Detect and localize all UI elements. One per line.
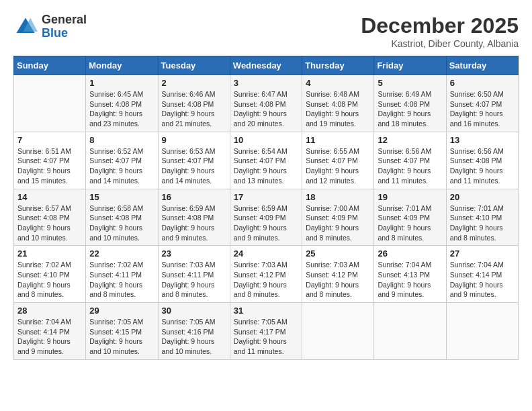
calendar-week-2: 14Sunrise: 6:57 AM Sunset: 4:08 PM Dayli… [14, 189, 519, 246]
day-header-thursday: Thursday [302, 56, 374, 75]
calendar-cell: 25Sunrise: 7:03 AM Sunset: 4:12 PM Dayli… [302, 246, 374, 303]
day-number: 28 [17, 306, 82, 316]
day-info: Sunrise: 7:04 AM Sunset: 4:14 PM Dayligh… [450, 260, 515, 300]
day-number: 24 [234, 248, 298, 259]
day-info: Sunrise: 6:58 AM Sunset: 4:08 PM Dayligh… [89, 203, 154, 243]
day-number: 6 [450, 78, 515, 88]
day-number: 5 [378, 78, 442, 88]
day-info: Sunrise: 7:04 AM Sunset: 4:14 PM Dayligh… [17, 317, 82, 357]
day-info: Sunrise: 7:05 AM Sunset: 4:15 PM Dayligh… [89, 317, 154, 357]
month-title: December 2025 [361, 13, 519, 38]
calendar-cell: 17Sunrise: 6:59 AM Sunset: 4:09 PM Dayli… [230, 189, 302, 246]
day-header-tuesday: Tuesday [158, 56, 230, 75]
day-info: Sunrise: 7:03 AM Sunset: 4:12 PM Dayligh… [306, 260, 370, 300]
day-header-sunday: Sunday [14, 56, 86, 75]
day-number: 21 [17, 248, 82, 259]
calendar-cell: 6Sunrise: 6:50 AM Sunset: 4:07 PM Daylig… [446, 75, 518, 132]
logo: General Blue [13, 13, 87, 40]
day-number: 10 [234, 135, 298, 145]
calendar-cell: 8Sunrise: 6:52 AM Sunset: 4:07 PM Daylig… [86, 132, 158, 189]
day-info: Sunrise: 6:45 AM Sunset: 4:08 PM Dayligh… [89, 89, 154, 129]
day-number: 4 [306, 78, 370, 88]
calendar-cell: 22Sunrise: 7:02 AM Sunset: 4:11 PM Dayli… [86, 246, 158, 303]
calendar-cell: 1Sunrise: 6:45 AM Sunset: 4:08 PM Daylig… [86, 75, 158, 132]
day-number: 1 [89, 78, 154, 88]
day-number: 14 [17, 192, 82, 202]
page-header: General Blue December 2025 Kastriot, Dib… [13, 13, 519, 49]
logo-icon [13, 15, 38, 39]
location: Kastriot, Diber County, Albania [361, 38, 519, 49]
calendar-cell: 3Sunrise: 6:47 AM Sunset: 4:08 PM Daylig… [230, 75, 302, 132]
calendar-header: SundayMondayTuesdayWednesdayThursdayFrid… [14, 56, 519, 75]
day-number: 16 [162, 192, 226, 202]
calendar-cell [446, 303, 518, 360]
logo-blue: Blue [42, 27, 87, 40]
day-number: 3 [234, 78, 298, 88]
day-info: Sunrise: 7:05 AM Sunset: 4:16 PM Dayligh… [162, 317, 226, 357]
calendar-cell: 24Sunrise: 7:03 AM Sunset: 4:12 PM Dayli… [230, 246, 302, 303]
day-number: 31 [234, 306, 298, 316]
day-info: Sunrise: 6:49 AM Sunset: 4:08 PM Dayligh… [378, 89, 442, 129]
calendar-cell: 15Sunrise: 6:58 AM Sunset: 4:08 PM Dayli… [86, 189, 158, 246]
calendar-cell: 16Sunrise: 6:59 AM Sunset: 4:08 PM Dayli… [158, 189, 230, 246]
calendar-cell: 20Sunrise: 7:01 AM Sunset: 4:10 PM Dayli… [446, 189, 518, 246]
day-info: Sunrise: 6:53 AM Sunset: 4:07 PM Dayligh… [162, 146, 226, 186]
day-info: Sunrise: 6:55 AM Sunset: 4:07 PM Dayligh… [306, 146, 370, 186]
day-number: 7 [17, 135, 82, 145]
day-info: Sunrise: 7:03 AM Sunset: 4:11 PM Dayligh… [162, 260, 226, 300]
calendar-cell: 30Sunrise: 7:05 AM Sunset: 4:16 PM Dayli… [158, 303, 230, 360]
calendar-cell: 2Sunrise: 6:46 AM Sunset: 4:08 PM Daylig… [158, 75, 230, 132]
day-info: Sunrise: 6:48 AM Sunset: 4:08 PM Dayligh… [306, 89, 370, 129]
calendar-cell: 28Sunrise: 7:04 AM Sunset: 4:14 PM Dayli… [14, 303, 86, 360]
calendar-cell: 26Sunrise: 7:04 AM Sunset: 4:13 PM Dayli… [374, 246, 446, 303]
day-number: 8 [89, 135, 154, 145]
calendar-week-4: 28Sunrise: 7:04 AM Sunset: 4:14 PM Dayli… [14, 303, 519, 360]
day-info: Sunrise: 7:04 AM Sunset: 4:13 PM Dayligh… [378, 260, 442, 300]
calendar-week-0: 1Sunrise: 6:45 AM Sunset: 4:08 PM Daylig… [14, 75, 519, 132]
day-number: 26 [378, 248, 442, 259]
day-number: 9 [162, 135, 226, 145]
day-number: 30 [162, 306, 226, 316]
day-info: Sunrise: 6:50 AM Sunset: 4:07 PM Dayligh… [450, 89, 515, 129]
day-number: 22 [89, 248, 154, 259]
day-info: Sunrise: 6:51 AM Sunset: 4:07 PM Dayligh… [17, 146, 82, 186]
calendar-cell: 9Sunrise: 6:53 AM Sunset: 4:07 PM Daylig… [158, 132, 230, 189]
calendar-cell: 7Sunrise: 6:51 AM Sunset: 4:07 PM Daylig… [14, 132, 86, 189]
day-header-friday: Friday [374, 56, 446, 75]
day-info: Sunrise: 7:02 AM Sunset: 4:11 PM Dayligh… [89, 260, 154, 300]
calendar-cell: 11Sunrise: 6:55 AM Sunset: 4:07 PM Dayli… [302, 132, 374, 189]
day-info: Sunrise: 7:00 AM Sunset: 4:09 PM Dayligh… [306, 203, 370, 243]
day-header-wednesday: Wednesday [230, 56, 302, 75]
day-info: Sunrise: 7:02 AM Sunset: 4:10 PM Dayligh… [17, 260, 82, 300]
day-number: 19 [378, 192, 442, 202]
calendar-cell [14, 75, 86, 132]
day-number: 17 [234, 192, 298, 202]
calendar-cell: 27Sunrise: 7:04 AM Sunset: 4:14 PM Dayli… [446, 246, 518, 303]
day-info: Sunrise: 6:56 AM Sunset: 4:07 PM Dayligh… [378, 146, 442, 186]
title-block: December 2025 Kastriot, Diber County, Al… [361, 13, 519, 49]
calendar-cell [302, 303, 374, 360]
calendar-cell: 13Sunrise: 6:56 AM Sunset: 4:08 PM Dayli… [446, 132, 518, 189]
day-number: 25 [306, 248, 370, 259]
day-number: 2 [162, 78, 226, 88]
day-info: Sunrise: 6:56 AM Sunset: 4:08 PM Dayligh… [450, 146, 515, 186]
day-info: Sunrise: 7:03 AM Sunset: 4:12 PM Dayligh… [234, 260, 298, 300]
calendar-cell: 12Sunrise: 6:56 AM Sunset: 4:07 PM Dayli… [374, 132, 446, 189]
day-info: Sunrise: 7:05 AM Sunset: 4:17 PM Dayligh… [234, 317, 298, 357]
calendar-cell: 21Sunrise: 7:02 AM Sunset: 4:10 PM Dayli… [14, 246, 86, 303]
day-info: Sunrise: 6:59 AM Sunset: 4:09 PM Dayligh… [234, 203, 298, 243]
day-number: 11 [306, 135, 370, 145]
day-info: Sunrise: 7:01 AM Sunset: 4:09 PM Dayligh… [378, 203, 442, 243]
day-number: 20 [450, 192, 515, 202]
calendar-cell: 10Sunrise: 6:54 AM Sunset: 4:07 PM Dayli… [230, 132, 302, 189]
day-info: Sunrise: 6:46 AM Sunset: 4:08 PM Dayligh… [162, 89, 226, 129]
day-number: 12 [378, 135, 442, 145]
day-info: Sunrise: 6:47 AM Sunset: 4:08 PM Dayligh… [234, 89, 298, 129]
day-header-monday: Monday [86, 56, 158, 75]
calendar-week-1: 7Sunrise: 6:51 AM Sunset: 4:07 PM Daylig… [14, 132, 519, 189]
calendar-cell: 14Sunrise: 6:57 AM Sunset: 4:08 PM Dayli… [14, 189, 86, 246]
calendar-cell: 19Sunrise: 7:01 AM Sunset: 4:09 PM Dayli… [374, 189, 446, 246]
day-number: 27 [450, 248, 515, 259]
calendar-cell: 5Sunrise: 6:49 AM Sunset: 4:08 PM Daylig… [374, 75, 446, 132]
calendar-cell: 23Sunrise: 7:03 AM Sunset: 4:11 PM Dayli… [158, 246, 230, 303]
